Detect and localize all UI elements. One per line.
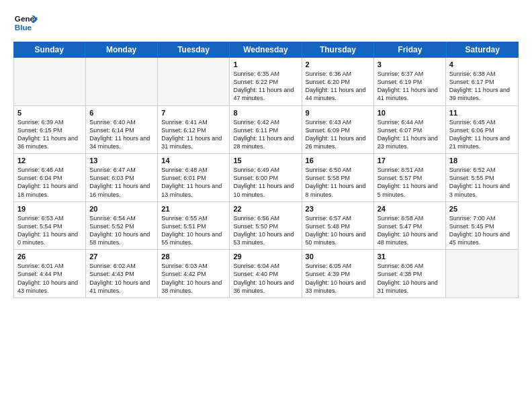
day-number: 14 <box>161 156 226 165</box>
calendar-cell: 11Sunrise: 6:45 AM Sunset: 6:06 PM Dayli… <box>446 106 518 154</box>
day-number: 24 <box>378 205 442 213</box>
cell-daylight-text: Sunrise: 6:02 AM Sunset: 4:43 PM Dayligh… <box>89 262 154 295</box>
cell-daylight-text: Sunrise: 6:56 AM Sunset: 5:50 PM Dayligh… <box>233 214 298 247</box>
weekday-header: Wednesday <box>230 42 302 58</box>
calendar-week-row: 1Sunrise: 6:35 AM Sunset: 6:22 PM Daylig… <box>14 58 518 106</box>
cell-daylight-text: Sunrise: 6:57 AM Sunset: 5:48 PM Dayligh… <box>306 214 370 247</box>
cell-daylight-text: Sunrise: 6:04 AM Sunset: 4:40 PM Dayligh… <box>233 262 298 295</box>
day-number: 26 <box>17 253 82 261</box>
calendar-header: SundayMondayTuesdayWednesdayThursdayFrid… <box>13 42 519 58</box>
calendar-cell: 13Sunrise: 6:47 AM Sunset: 6:03 PM Dayli… <box>86 154 158 201</box>
logo: General Blue <box>13 11 40 35</box>
cell-daylight-text: Sunrise: 6:05 AM Sunset: 4:39 PM Dayligh… <box>306 262 370 295</box>
calendar-cell: 24Sunrise: 6:58 AM Sunset: 5:47 PM Dayli… <box>374 202 446 250</box>
calendar-cell: 18Sunrise: 6:52 AM Sunset: 5:55 PM Dayli… <box>446 154 518 201</box>
calendar-cell: 17Sunrise: 6:51 AM Sunset: 5:57 PM Dayli… <box>374 154 446 201</box>
day-number: 11 <box>449 109 515 117</box>
header: General Blue <box>13 11 519 35</box>
day-number: 4 <box>449 60 515 68</box>
day-number: 2 <box>306 60 370 68</box>
calendar-cell: 20Sunrise: 6:54 AM Sunset: 5:52 PM Dayli… <box>86 202 158 250</box>
calendar-cell: 14Sunrise: 6:48 AM Sunset: 6:01 PM Dayli… <box>158 154 230 201</box>
cell-daylight-text: Sunrise: 6:03 AM Sunset: 4:42 PM Dayligh… <box>161 262 226 295</box>
calendar-rows: 1Sunrise: 6:35 AM Sunset: 6:22 PM Daylig… <box>14 58 518 298</box>
calendar-cell: 5Sunrise: 6:39 AM Sunset: 6:15 PM Daylig… <box>14 106 86 154</box>
day-number: 18 <box>449 156 515 165</box>
day-number: 13 <box>89 156 154 165</box>
calendar-cell: 22Sunrise: 6:56 AM Sunset: 5:50 PM Dayli… <box>230 202 302 250</box>
calendar-cell: 30Sunrise: 6:05 AM Sunset: 4:39 PM Dayli… <box>302 250 374 298</box>
calendar-cell: 21Sunrise: 6:55 AM Sunset: 5:51 PM Dayli… <box>158 202 230 250</box>
day-number: 19 <box>17 205 82 213</box>
calendar-cell: 26Sunrise: 6:01 AM Sunset: 4:44 PM Dayli… <box>14 250 86 298</box>
calendar-week-row: 19Sunrise: 6:53 AM Sunset: 5:54 PM Dayli… <box>14 202 518 250</box>
day-number: 10 <box>378 109 442 117</box>
calendar: SundayMondayTuesdayWednesdayThursdayFrid… <box>13 42 519 404</box>
day-number: 17 <box>378 156 442 165</box>
cell-daylight-text: Sunrise: 6:53 AM Sunset: 5:54 PM Dayligh… <box>17 214 82 247</box>
day-number: 12 <box>17 156 82 165</box>
day-number: 25 <box>449 205 515 213</box>
calendar-week-row: 5Sunrise: 6:39 AM Sunset: 6:15 PM Daylig… <box>14 106 518 154</box>
day-number: 7 <box>161 109 226 117</box>
cell-daylight-text: Sunrise: 6:55 AM Sunset: 5:51 PM Dayligh… <box>161 214 226 247</box>
cell-daylight-text: Sunrise: 6:41 AM Sunset: 6:12 PM Dayligh… <box>161 118 226 151</box>
day-number: 20 <box>89 205 154 213</box>
cell-daylight-text: Sunrise: 6:40 AM Sunset: 6:14 PM Dayligh… <box>89 118 154 151</box>
day-number: 31 <box>378 253 442 261</box>
cell-daylight-text: Sunrise: 6:52 AM Sunset: 5:55 PM Dayligh… <box>449 166 515 199</box>
cell-daylight-text: Sunrise: 6:38 AM Sunset: 6:17 PM Dayligh… <box>449 70 515 103</box>
weekday-header: Tuesday <box>158 42 230 58</box>
cell-daylight-text: Sunrise: 6:49 AM Sunset: 6:00 PM Dayligh… <box>233 166 298 199</box>
day-number: 30 <box>306 253 370 261</box>
cell-daylight-text: Sunrise: 6:51 AM Sunset: 5:57 PM Dayligh… <box>378 166 442 199</box>
weekday-header: Saturday <box>447 42 519 58</box>
calendar-cell: 16Sunrise: 6:50 AM Sunset: 5:58 PM Dayli… <box>302 154 374 201</box>
day-number: 5 <box>17 109 82 117</box>
calendar-cell: 23Sunrise: 6:57 AM Sunset: 5:48 PM Dayli… <box>302 202 374 250</box>
calendar-cell: 7Sunrise: 6:41 AM Sunset: 6:12 PM Daylig… <box>158 106 230 154</box>
logo-icon: General Blue <box>13 11 38 35</box>
cell-daylight-text: Sunrise: 6:35 AM Sunset: 6:22 PM Dayligh… <box>233 70 298 103</box>
page: General Blue SundayMondayTuesdayWednesda… <box>0 0 532 411</box>
day-number: 9 <box>306 109 370 117</box>
cell-daylight-text: Sunrise: 6:06 AM Sunset: 4:38 PM Dayligh… <box>378 262 442 295</box>
cell-daylight-text: Sunrise: 6:45 AM Sunset: 6:06 PM Dayligh… <box>449 118 515 151</box>
cell-daylight-text: Sunrise: 6:44 AM Sunset: 6:07 PM Dayligh… <box>378 118 442 151</box>
cell-daylight-text: Sunrise: 6:37 AM Sunset: 6:19 PM Dayligh… <box>378 70 442 103</box>
cell-daylight-text: Sunrise: 6:48 AM Sunset: 6:01 PM Dayligh… <box>161 166 226 199</box>
day-number: 23 <box>306 205 370 213</box>
weekday-header: Monday <box>85 42 157 58</box>
calendar-body: 1Sunrise: 6:35 AM Sunset: 6:22 PM Daylig… <box>13 58 519 298</box>
cell-daylight-text: Sunrise: 6:01 AM Sunset: 4:44 PM Dayligh… <box>17 262 82 295</box>
day-number: 21 <box>161 205 226 213</box>
calendar-cell: 12Sunrise: 6:46 AM Sunset: 6:04 PM Dayli… <box>14 154 86 201</box>
calendar-cell: 4Sunrise: 6:38 AM Sunset: 6:17 PM Daylig… <box>446 58 518 105</box>
day-number: 29 <box>233 253 298 261</box>
calendar-cell: 28Sunrise: 6:03 AM Sunset: 4:42 PM Dayli… <box>158 250 230 298</box>
cell-daylight-text: Sunrise: 7:00 AM Sunset: 5:45 PM Dayligh… <box>449 214 515 247</box>
calendar-cell: 2Sunrise: 6:36 AM Sunset: 6:20 PM Daylig… <box>302 58 374 105</box>
day-number: 27 <box>89 253 154 261</box>
calendar-cell <box>446 250 518 298</box>
calendar-week-row: 26Sunrise: 6:01 AM Sunset: 4:44 PM Dayli… <box>14 250 518 298</box>
calendar-cell: 6Sunrise: 6:40 AM Sunset: 6:14 PM Daylig… <box>86 106 158 154</box>
calendar-cell: 1Sunrise: 6:35 AM Sunset: 6:22 PM Daylig… <box>230 58 302 105</box>
cell-daylight-text: Sunrise: 6:46 AM Sunset: 6:04 PM Dayligh… <box>17 166 82 199</box>
calendar-cell: 19Sunrise: 6:53 AM Sunset: 5:54 PM Dayli… <box>14 202 86 250</box>
calendar-cell <box>86 58 158 105</box>
cell-daylight-text: Sunrise: 6:39 AM Sunset: 6:15 PM Dayligh… <box>17 118 82 151</box>
calendar-cell: 8Sunrise: 6:42 AM Sunset: 6:11 PM Daylig… <box>230 106 302 154</box>
calendar-cell: 9Sunrise: 6:43 AM Sunset: 6:09 PM Daylig… <box>302 106 374 154</box>
calendar-cell: 15Sunrise: 6:49 AM Sunset: 6:00 PM Dayli… <box>230 154 302 201</box>
weekday-header: Friday <box>374 42 446 58</box>
day-number: 15 <box>233 156 298 165</box>
cell-daylight-text: Sunrise: 6:42 AM Sunset: 6:11 PM Dayligh… <box>233 118 298 151</box>
weekday-header: Sunday <box>13 42 85 58</box>
cell-daylight-text: Sunrise: 6:58 AM Sunset: 5:47 PM Dayligh… <box>378 214 442 247</box>
cell-daylight-text: Sunrise: 6:54 AM Sunset: 5:52 PM Dayligh… <box>89 214 154 247</box>
calendar-cell <box>14 58 86 105</box>
calendar-week-row: 12Sunrise: 6:46 AM Sunset: 6:04 PM Dayli… <box>14 154 518 202</box>
calendar-cell: 3Sunrise: 6:37 AM Sunset: 6:19 PM Daylig… <box>374 58 446 105</box>
day-number: 6 <box>89 109 154 117</box>
